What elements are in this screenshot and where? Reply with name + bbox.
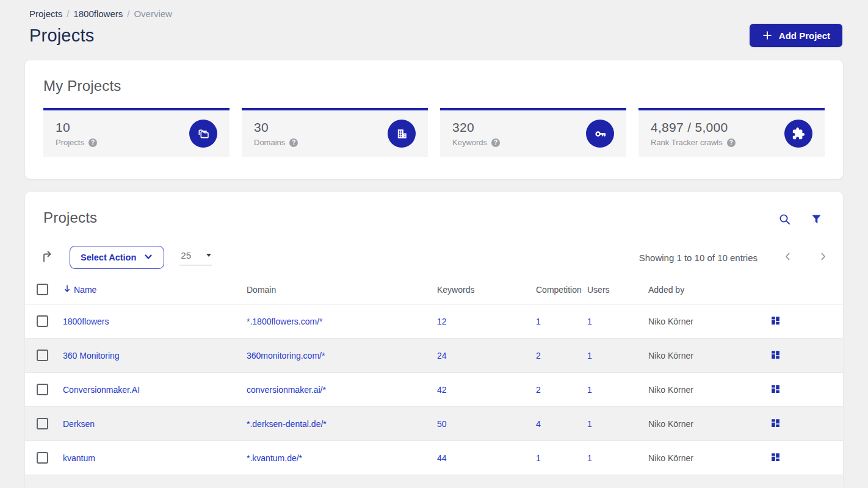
- page-header: Projects Add Project: [29, 24, 843, 47]
- projects-panel-title: Projects: [43, 209, 97, 226]
- users-count-link[interactable]: 1: [587, 385, 592, 395]
- keywords-count-link[interactable]: 12: [437, 317, 447, 326]
- add-project-label: Add Project: [779, 30, 830, 41]
- projects-table: Name Domain Keywords Competition Users A…: [25, 284, 843, 488]
- prev-page-icon[interactable]: [783, 251, 793, 264]
- chevron-down-icon: [143, 252, 153, 264]
- plus-icon: [762, 30, 773, 41]
- users-count-link[interactable]: 1: [587, 317, 592, 326]
- row-checkbox[interactable]: [37, 384, 48, 395]
- add-project-button[interactable]: Add Project: [750, 24, 842, 47]
- users-count-link[interactable]: 1: [587, 453, 592, 463]
- search-icon[interactable]: [778, 213, 791, 228]
- help-icon[interactable]: ?: [727, 138, 736, 147]
- row-checkbox[interactable]: [37, 315, 48, 327]
- breadcrumb-separator: /: [127, 9, 129, 19]
- projects-table-card: Projects: [25, 192, 843, 488]
- stat-keywords: 320 Keywords ?: [440, 108, 626, 157]
- keywords-count-link[interactable]: 42: [437, 385, 447, 395]
- keywords-key-icon: [586, 120, 614, 148]
- help-icon[interactable]: ?: [289, 138, 298, 147]
- table-row: [25, 475, 843, 488]
- my-projects-title: My Projects: [43, 77, 825, 95]
- project-name-link[interactable]: 1800flowers: [63, 317, 109, 326]
- next-page-icon[interactable]: [818, 251, 828, 264]
- help-icon[interactable]: ?: [89, 138, 97, 147]
- dashboard-grid-icon[interactable]: [770, 418, 781, 430]
- project-domain-link[interactable]: conversionmaker.ai/*: [247, 385, 326, 395]
- row-checkbox[interactable]: [37, 452, 48, 464]
- competition-count-link[interactable]: 1: [536, 453, 541, 463]
- dashboard-grid-icon[interactable]: [770, 350, 781, 362]
- users-count-link[interactable]: 1: [587, 351, 592, 361]
- project-name-link[interactable]: Derksen: [63, 419, 95, 429]
- competition-count-link[interactable]: 1: [536, 317, 541, 326]
- breadcrumb-projects[interactable]: Projects: [29, 9, 62, 19]
- breadcrumb: Projects/1800flowers/Overview: [29, 9, 843, 19]
- breadcrumb-1800flowers[interactable]: 1800flowers: [73, 9, 123, 19]
- rank-tracker-puzzle-icon: [784, 120, 812, 148]
- added-by-value: Niko Körner: [648, 419, 693, 429]
- added-by-value: Niko Körner: [648, 453, 693, 463]
- project-name-link[interactable]: Conversionmaker.AI: [63, 385, 140, 395]
- project-name-link[interactable]: kvantum: [63, 453, 95, 463]
- page-size-value: 25: [181, 250, 191, 260]
- column-header-name[interactable]: Name: [63, 284, 247, 304]
- stat-crawls-value: 4,897 / 5,000: [651, 120, 736, 135]
- added-by-value: Niko Körner: [648, 351, 693, 361]
- column-header-added-by[interactable]: Added by: [648, 284, 770, 304]
- keywords-count-link[interactable]: 24: [437, 351, 447, 361]
- table-row: Derksen *.derksen-dental.de/* 50 4 1 Nik…: [25, 407, 843, 441]
- showing-entries-text: Showing 1 to 10 of 10 entries: [639, 253, 758, 263]
- added-by-value: Niko Körner: [648, 317, 693, 326]
- dashboard-grid-icon[interactable]: [770, 384, 781, 396]
- help-icon[interactable]: ?: [491, 138, 500, 147]
- added-by-value: Niko Körner: [648, 385, 693, 395]
- breadcrumb-separator: /: [67, 9, 69, 19]
- stat-domains-label: Domains: [254, 138, 285, 147]
- page-title: Projects: [29, 26, 94, 46]
- project-domain-link[interactable]: *.1800flowers.com/*: [247, 317, 323, 326]
- table-row: 360 Monitoring 360monitoring.com/* 24 2 …: [25, 339, 843, 373]
- stat-projects: 10 Projects ?: [43, 108, 230, 157]
- stat-domains: 30 Domains ?: [242, 108, 428, 157]
- dashboard-grid-icon[interactable]: [770, 315, 781, 328]
- competition-count-link[interactable]: 2: [536, 385, 541, 395]
- project-domain-link[interactable]: *.derksen-dental.de/*: [247, 419, 327, 429]
- keywords-count-link[interactable]: 44: [437, 453, 447, 463]
- project-name-link[interactable]: 360 Monitoring: [63, 351, 120, 361]
- project-domain-link[interactable]: *.kvantum.de/*: [247, 453, 302, 463]
- my-projects-card: My Projects 10 Projects ?: [25, 60, 843, 179]
- select-all-checkbox[interactable]: [37, 284, 48, 295]
- column-header-actions: [770, 284, 843, 304]
- stat-projects-value: 10: [56, 120, 97, 135]
- select-action-dropdown[interactable]: Select Action: [70, 246, 164, 269]
- breadcrumb-overview: Overview: [134, 9, 172, 19]
- column-header-users[interactable]: Users: [587, 284, 648, 304]
- select-action-label: Select Action: [81, 253, 136, 262]
- domains-building-icon: [388, 120, 416, 148]
- filter-icon[interactable]: [811, 213, 822, 228]
- dashboard-grid-icon[interactable]: [770, 452, 781, 464]
- competition-count-link[interactable]: 4: [536, 419, 541, 429]
- row-checkbox[interactable]: [37, 418, 48, 429]
- row-checkbox[interactable]: [37, 350, 48, 361]
- column-header-keywords[interactable]: Keywords: [437, 284, 536, 304]
- projects-folders-icon: [189, 120, 217, 148]
- column-header-domain[interactable]: Domain: [247, 284, 437, 304]
- sort-desc-icon: [63, 284, 71, 295]
- stat-domains-value: 30: [254, 120, 298, 135]
- keywords-count-link[interactable]: 50: [437, 419, 447, 429]
- page-size-select[interactable]: 25: [179, 250, 212, 265]
- competition-count-link[interactable]: 2: [536, 351, 541, 361]
- stat-crawls-label: Rank Tracker crawls: [651, 138, 723, 147]
- project-domain-link[interactable]: 360monitoring.com/*: [247, 351, 325, 361]
- column-header-competition[interactable]: Competition: [536, 284, 587, 304]
- stat-keywords-label: Keywords: [452, 138, 487, 147]
- export-icon[interactable]: [41, 250, 54, 265]
- stat-crawls: 4,897 / 5,000 Rank Tracker crawls ?: [638, 108, 825, 157]
- table-row: Conversionmaker.AI conversionmaker.ai/* …: [25, 373, 843, 407]
- users-count-link[interactable]: 1: [587, 419, 592, 429]
- table-row: 1800flowers *.1800flowers.com/* 12 1 1 N…: [25, 304, 843, 339]
- table-row: kvantum *.kvantum.de/* 44 1 1 Niko Körne…: [25, 441, 843, 475]
